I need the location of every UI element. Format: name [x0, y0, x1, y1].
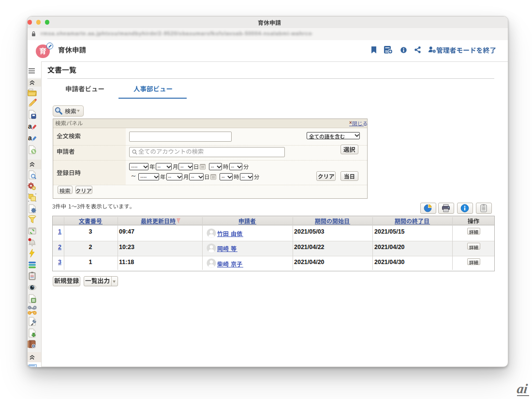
svg-text:a: a — [28, 122, 32, 130]
svg-text:a: a — [28, 134, 32, 142]
